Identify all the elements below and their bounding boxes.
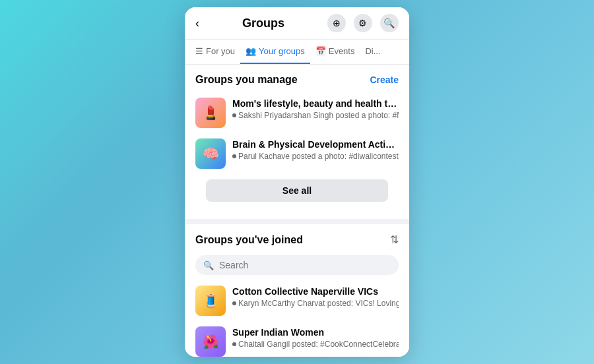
section-header-manage: Groups you manage Create [185,74,409,92]
tab-your-groups[interactable]: 👥 Your groups [240,40,310,64]
tab-discover-label: Di... [365,46,380,56]
tab-for-you[interactable]: ☰ For you [190,40,240,64]
group-thumbnail: 🌺 [195,326,226,357]
group-name: Brain & Physical Development Activities … [232,138,399,150]
see-all-button[interactable]: See all [206,179,388,202]
search-bar[interactable]: 🔍 [195,255,399,275]
section-header-joined: Groups you've joined ⇅ [185,233,409,253]
list-item[interactable]: 💄 Mom's lifestyle, beauty and health tip… [185,92,409,133]
section-title-joined: Groups you've joined [195,234,303,246]
header-icons: ⊕ ⚙ 🔍 [327,14,399,32]
groups-joined-section: Groups you've joined ⇅ 🔍 🧵 Cotton Collec… [185,224,409,357]
group-name: Cotton Collective Naperville VICs [232,286,399,297]
tab-for-you-label: For you [206,46,235,56]
page-title: Groups [242,16,284,30]
dot-icon [232,154,236,158]
tab-your-groups-label: Your groups [259,46,305,56]
search-icon-small: 🔍 [203,260,214,270]
group-info: Mom's lifestyle, beauty and health tips … [232,98,399,120]
tab-events[interactable]: 📅 Events [310,40,360,64]
groups-you-manage-section: Groups you manage Create 💄 Mom's lifesty… [185,65,409,219]
create-link[interactable]: Create [370,75,399,85]
list-item[interactable]: 🧵 Cotton Collective Naperville VICs Kary… [185,280,409,321]
search-icon[interactable]: 🔍 [380,14,399,32]
list-item[interactable]: 🧠 Brain & Physical Development Activitie… [185,133,409,174]
group-subtitle: Karyn McCarthy Charvat posted: VICs! Lov… [232,299,399,308]
tabs-bar: ☰ For you 👥 Your groups 📅 Events Di... [185,40,409,65]
your-groups-icon: 👥 [246,46,256,56]
group-name: Mom's lifestyle, beauty and health tips [232,98,399,109]
dot-icon [232,113,236,117]
group-info: Brain & Physical Development Activities … [232,138,399,161]
list-item[interactable]: 🌺 Super Indian Women Chaitali Gangil pos… [185,321,409,357]
sort-icon[interactable]: ⇅ [390,233,399,246]
tab-discover[interactable]: Di... [360,40,385,64]
group-thumbnail: 🧠 [195,138,226,169]
dot-icon [232,301,236,305]
group-info: Super Indian Women Chaitali Gangil poste… [232,326,399,349]
group-subtitle: Chaitali Gangil posted: #CookConnectCele… [232,340,399,349]
search-input[interactable] [219,260,391,270]
main-content: Groups you manage Create 💄 Mom's lifesty… [185,65,409,357]
events-icon: 📅 [315,46,326,56]
group-thumbnail: 🧵 [195,286,226,316]
add-icon[interactable]: ⊕ [327,14,346,32]
group-thumbnail: 💄 [195,98,226,128]
group-name: Super Indian Women [232,326,399,338]
header: ‹ Groups ⊕ ⚙ 🔍 [185,7,409,40]
dot-icon [232,342,236,346]
for-you-icon: ☰ [195,46,203,56]
group-subtitle: Parul Kachave posted a photo: #diwalicon… [232,152,399,161]
settings-icon[interactable]: ⚙ [354,14,372,32]
group-subtitle: Sakshi Priyadarshan Singh posted a photo… [232,111,399,120]
group-info: Cotton Collective Naperville VICs Karyn … [232,286,399,308]
tab-events-label: Events [329,46,355,56]
back-button[interactable]: ‹ [195,16,199,30]
section-title-manage: Groups you manage [195,74,298,86]
